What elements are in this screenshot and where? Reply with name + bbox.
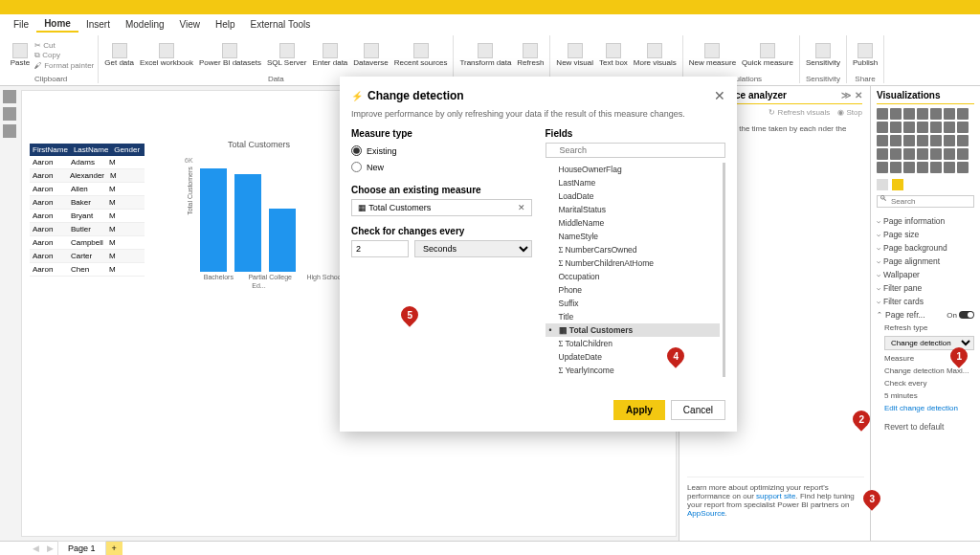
viz-type-icon[interactable] (957, 108, 969, 120)
report-view-icon[interactable] (3, 90, 16, 103)
field-item[interactable]: Occupation (546, 270, 721, 283)
modal-close-icon[interactable]: ✕ (714, 88, 725, 103)
copy-button[interactable]: ⧉ Copy (34, 51, 60, 60)
section-page-align[interactable]: Page alignment (877, 255, 974, 268)
viz-type-icon[interactable] (930, 122, 942, 133)
field-item[interactable]: NameStyle (546, 230, 721, 243)
text-box-button[interactable]: Text box (597, 42, 630, 68)
new-measure-button[interactable]: New measure (687, 42, 738, 68)
page-refresh-toggle[interactable]: On (947, 311, 974, 320)
page-tab[interactable]: Page 1 (57, 541, 106, 555)
section-wallpaper[interactable]: Wallpaper (877, 268, 974, 281)
viz-type-icon[interactable] (903, 108, 915, 120)
section-page-refresh[interactable]: Page refr... On (877, 308, 974, 322)
chart-bar[interactable] (269, 209, 296, 272)
fields-tab-icon[interactable] (877, 179, 888, 190)
get-data-button[interactable]: Get data (102, 42, 136, 68)
viz-type-icon[interactable] (917, 108, 928, 120)
viz-type-icon[interactable] (890, 148, 902, 160)
viz-type-icon[interactable] (917, 122, 928, 133)
viz-type-icon[interactable] (944, 122, 955, 133)
viz-type-icon[interactable] (930, 108, 942, 120)
revert-to-default[interactable]: Revert to default (884, 414, 974, 432)
tab-home[interactable]: Home (36, 16, 78, 33)
viz-type-icon[interactable] (957, 162, 969, 173)
section-filter-pane[interactable]: Filter pane (877, 281, 974, 295)
field-item[interactable]: ΣNumberChildrenAtHome (546, 256, 721, 270)
bar-chart-visual[interactable]: Total Customers Total Customers 6K Bache… (170, 139, 347, 311)
page-nav-left-icon[interactable]: ◀ (29, 544, 43, 553)
check-unit-select[interactable]: Seconds (414, 240, 532, 257)
viz-type-icon[interactable] (917, 148, 928, 160)
perf-collapse-icon[interactable]: ≫ (841, 90, 851, 100)
viz-type-icon[interactable] (877, 162, 888, 173)
paste-button[interactable]: Paste (8, 42, 33, 68)
publish-button[interactable]: Publish (851, 42, 880, 68)
viz-type-icon[interactable] (944, 135, 955, 146)
field-item[interactable]: MiddleName (546, 216, 721, 230)
field-item[interactable]: ΣNumberCarsOwned (546, 243, 721, 256)
table-row[interactable]: AaronAllenM (30, 183, 145, 196)
tab-help[interactable]: Help (208, 17, 243, 32)
viz-type-icon[interactable] (957, 135, 969, 146)
table-row[interactable]: AaronBakerM (30, 196, 145, 210)
viz-type-icon[interactable] (957, 148, 969, 160)
viz-type-icon[interactable] (944, 148, 955, 160)
quick-measure-button[interactable]: Quick measure (740, 42, 795, 68)
add-page-button[interactable]: + (106, 542, 122, 555)
check-value-input[interactable] (351, 240, 409, 257)
close-icon[interactable]: ✕ (855, 90, 862, 100)
field-item[interactable]: ▦ Total Customers (546, 323, 721, 337)
table-row[interactable]: AaronBryantM (30, 210, 145, 223)
cancel-button[interactable]: Cancel (671, 400, 725, 420)
apply-button[interactable]: Apply (613, 400, 665, 420)
format-tab-icon[interactable] (892, 179, 903, 190)
cut-button[interactable]: ✂ Cut (34, 41, 56, 50)
field-item[interactable]: ΣTotalChildren (546, 337, 721, 350)
viz-type-icon[interactable] (877, 148, 888, 160)
refresh-visuals-button[interactable]: ↻ Refresh visuals (768, 108, 830, 117)
section-page-size[interactable]: Page size (877, 228, 974, 241)
viz-search-input[interactable] (877, 195, 974, 208)
field-item[interactable]: MaritalStatus (546, 203, 721, 216)
field-item[interactable]: Title (546, 310, 721, 323)
transform-data-button[interactable]: Transform data (457, 42, 513, 68)
field-item[interactable]: LoadDate (546, 189, 721, 203)
viz-type-icon[interactable] (877, 108, 888, 120)
refresh-button[interactable]: Refresh (515, 42, 546, 68)
more-visuals-button[interactable]: More visuals (632, 42, 679, 68)
sensitivity-button[interactable]: Sensitivity (804, 42, 842, 68)
data-view-icon[interactable] (3, 107, 16, 121)
sql-server-button[interactable]: SQL Server (265, 42, 309, 68)
table-row[interactable]: AaronCarterM (30, 250, 145, 263)
viz-type-icon[interactable] (917, 162, 928, 173)
viz-type-icon[interactable] (917, 135, 928, 146)
viz-type-icon[interactable] (930, 148, 942, 160)
fields-search-input[interactable] (546, 143, 726, 158)
field-item[interactable]: UpdateDate (546, 350, 721, 364)
edit-change-detection-link[interactable]: Edit change detection (884, 402, 974, 414)
radio-new[interactable]: New (351, 159, 532, 175)
tab-insert[interactable]: Insert (78, 17, 118, 32)
section-page-info[interactable]: Page information (877, 214, 974, 228)
tab-view[interactable]: View (172, 17, 209, 32)
field-item[interactable]: ΣYearlyIncome (546, 364, 721, 377)
field-item[interactable]: HouseOwnerFlag (546, 163, 721, 176)
table-visual[interactable]: FirstNameLastNameGender AaronAdamsMAaron… (30, 144, 145, 277)
viz-type-icon[interactable] (903, 122, 915, 133)
table-row[interactable]: AaronButlerM (30, 223, 145, 236)
chosen-measure-input[interactable]: ▦ Total Customers ✕ (351, 199, 532, 216)
stop-button[interactable]: ◉ Stop (837, 108, 862, 117)
radio-existing[interactable]: Existing (351, 143, 532, 159)
viz-type-icon[interactable] (903, 135, 915, 146)
table-row[interactable]: AaronAdamsM (30, 156, 145, 169)
tab-external-tools[interactable]: External Tools (243, 17, 319, 32)
viz-type-icon[interactable] (957, 122, 969, 133)
appsource-link[interactable]: AppSource (687, 509, 725, 518)
recent-sources-button[interactable]: Recent sources (392, 42, 450, 68)
model-view-icon[interactable] (3, 124, 16, 138)
viz-type-icon[interactable] (930, 162, 942, 173)
support-link[interactable]: support site (756, 492, 795, 500)
viz-type-icon[interactable] (877, 135, 888, 146)
table-row[interactable]: AaronCampbellM (30, 236, 145, 250)
